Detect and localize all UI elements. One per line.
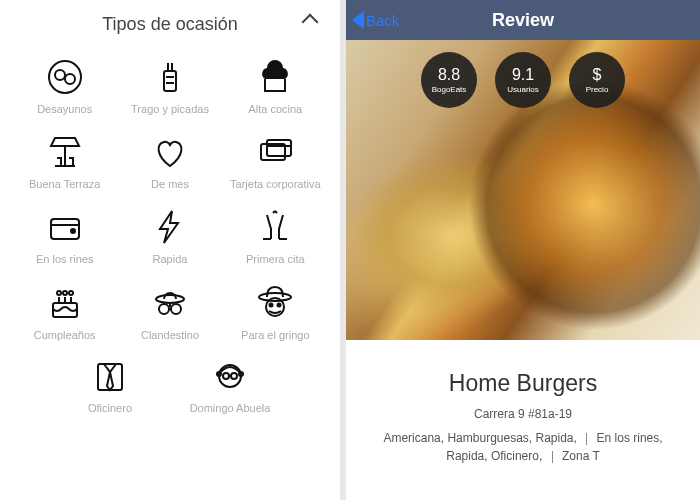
review-screen: Back Review 8.8 BogoEats 9.1 Usuarios $ … [346,0,700,500]
occasion-tarjeta[interactable]: Tarjeta corporativa [223,126,328,195]
occasion-label: Buena Terraza [29,178,100,191]
section-header[interactable]: Tipos de ocasión [0,0,340,45]
restaurant-photo: 8.8 BogoEats 9.1 Usuarios $ Precio [346,40,700,340]
tags-part-c: Zona T [562,449,600,463]
occasion-trago[interactable]: Trago y picadas [117,51,222,120]
occasion-types-screen: Tipos de ocasión Desayunos Trago y picad… [0,0,340,500]
occasion-label: Trago y picadas [131,103,209,116]
occasion-primera-cita[interactable]: Primera cita [223,201,328,270]
svg-point-18 [278,303,281,306]
badge-bogoeats[interactable]: 8.8 BogoEats [421,52,477,108]
svg-point-14 [171,304,181,314]
occasion-label: Alta cocina [248,103,302,116]
occasion-grid-row5: Oficinero Domingo Abuela [0,346,340,419]
occasion-label: Tarjeta corporativa [230,178,321,191]
occasion-label: Oficinero [88,402,132,415]
svg-point-24 [231,373,237,379]
svg-point-2 [65,74,75,84]
occasion-abuela[interactable]: Domingo Abuela [180,350,280,419]
rating-badges: 8.8 BogoEats 9.1 Usuarios $ Precio [346,52,700,108]
grandma-icon [208,354,252,398]
occasion-gringo[interactable]: Para el gringo [223,277,328,346]
occasion-demes[interactable]: De mes [117,126,222,195]
cheers-icon [253,205,297,249]
occasion-rines[interactable]: En los rines [12,201,117,270]
badge-caption: Precio [586,85,609,94]
occasion-altacocina[interactable]: Alta cocina [223,51,328,120]
svg-point-9 [57,291,61,295]
restaurant-address: Carrera 9 #81a-19 [364,407,682,421]
svg-point-1 [55,70,65,80]
svg-rect-19 [98,364,122,390]
separator-icon [552,451,553,463]
occasion-label: Primera cita [246,253,305,266]
breakfast-icon [43,55,87,99]
occasion-cumple[interactable]: Cumpleaños [12,277,117,346]
badge-caption: Usuarios [507,85,539,94]
svg-point-12 [156,295,184,303]
svg-point-23 [223,373,229,379]
badge-value: 9.1 [512,66,534,84]
cake-icon [43,281,87,325]
svg-rect-3 [164,71,176,91]
occasion-grid: Desayunos Trago y picadas Alta cocina Bu… [0,45,340,346]
tags-part-a: Americana, Hamburguesas, Rapida, [383,431,576,445]
spy-icon [148,281,192,325]
heart-icon [148,130,192,174]
badge-caption: BogoEats [432,85,467,94]
badge-usuarios[interactable]: 9.1 Usuarios [495,52,551,108]
badge-precio[interactable]: $ Precio [569,52,625,108]
occasion-label: En los rines [36,253,93,266]
occasion-label: Rapida [153,253,188,266]
section-title: Tipos de ocasión [102,14,237,35]
wallet-icon [43,205,87,249]
occasion-clandestino[interactable]: Clandestino [117,277,222,346]
occasion-rapida[interactable]: Rapida [117,201,222,270]
gringo-icon [253,281,297,325]
restaurant-tags: Americana, Hamburguesas, Rapida, En los … [364,429,682,465]
drink-icon [148,55,192,99]
bolt-icon [148,205,192,249]
badge-value: 8.8 [438,66,460,84]
occasion-terraza[interactable]: Buena Terraza [12,126,117,195]
svg-point-10 [63,291,67,295]
occasion-label: Clandestino [141,329,199,342]
card-icon [253,130,297,174]
svg-point-11 [69,291,73,295]
svg-point-7 [71,229,75,233]
svg-point-13 [159,304,169,314]
navbar: Back Review [346,0,700,40]
occasion-label: Domingo Abuela [190,402,271,415]
occasion-label: De mes [151,178,189,191]
chef-hat-icon [253,55,297,99]
svg-point-17 [270,303,273,306]
terrace-icon [43,130,87,174]
restaurant-name: Home Burgers [364,370,682,397]
occasion-desayunos[interactable]: Desayunos [12,51,117,120]
chevron-up-icon [302,14,319,31]
occasion-oficinero[interactable]: Oficinero [60,350,160,419]
restaurant-info: Home Burgers Carrera 9 #81a-19 Americana… [346,340,700,465]
svg-rect-5 [267,140,291,156]
back-button[interactable]: Back [346,11,399,29]
tie-icon [88,354,132,398]
occasion-label: Cumpleaños [34,329,96,342]
back-arrow-icon [352,11,364,29]
occasion-label: Desayunos [37,103,92,116]
back-label: Back [366,12,399,29]
separator-icon [586,433,587,445]
badge-value: $ [593,66,602,84]
occasion-label: Para el gringo [241,329,310,342]
